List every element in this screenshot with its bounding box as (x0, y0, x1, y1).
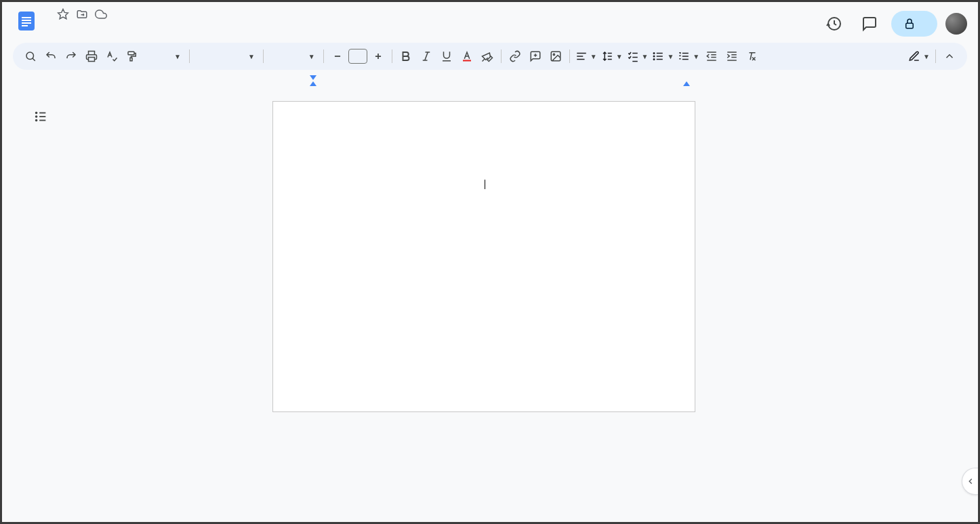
line-spacing-select[interactable]: ▼ (600, 49, 624, 64)
svg-point-37 (36, 120, 37, 121)
menu-help[interactable] (131, 22, 142, 28)
align-select[interactable]: ▼ (574, 49, 598, 64)
numbered-list-select[interactable]: ▼ (676, 49, 701, 64)
document-title[interactable] (45, 13, 51, 16)
collapse-toolbar-icon[interactable] (940, 47, 959, 66)
svg-point-23 (654, 59, 655, 60)
print-icon[interactable] (82, 47, 101, 66)
svg-rect-1 (22, 17, 31, 18)
font-select[interactable]: ▼ (268, 50, 319, 63)
insert-image-icon[interactable] (546, 47, 565, 66)
text-color-icon[interactable] (457, 47, 476, 66)
separator (501, 49, 502, 63)
clear-format-icon[interactable] (743, 47, 762, 66)
menu-bar (45, 22, 821, 28)
separator (569, 49, 570, 63)
separator (392, 49, 392, 63)
svg-point-17 (553, 54, 554, 55)
increase-font-icon[interactable] (369, 47, 388, 66)
title-row (45, 7, 821, 21)
indent-marker-first-line[interactable] (310, 75, 317, 80)
font-size-group (328, 47, 388, 66)
bold-icon[interactable] (396, 47, 415, 66)
menu-tools[interactable] (106, 22, 117, 28)
header (2, 2, 978, 37)
link-icon[interactable] (506, 47, 525, 66)
italic-icon[interactable] (417, 47, 436, 66)
history-icon[interactable] (821, 10, 848, 37)
menu-view[interactable] (70, 22, 81, 28)
menu-format[interactable] (94, 22, 105, 28)
svg-rect-2 (22, 20, 31, 21)
search-icon[interactable] (21, 47, 40, 66)
svg-point-36 (36, 116, 37, 117)
chevron-down-icon: ▼ (923, 53, 930, 60)
toolbar: ▼ ▼ ▼ ▼ ▼ ▼ ▼ ▼ ▼ (13, 43, 967, 70)
move-icon[interactable] (75, 7, 89, 21)
separator (935, 49, 936, 63)
paint-format-icon[interactable] (123, 47, 142, 66)
ruler-vertical[interactable] (4, 90, 18, 520)
star-icon[interactable] (56, 7, 70, 21)
separator (189, 49, 190, 63)
svg-point-35 (36, 113, 37, 114)
text-cursor (485, 180, 485, 189)
svg-rect-6 (906, 23, 914, 28)
menu-edit[interactable] (58, 22, 68, 28)
svg-rect-4 (22, 25, 28, 26)
svg-point-22 (654, 56, 655, 57)
indent-marker-right[interactable] (683, 81, 690, 86)
header-right (821, 7, 967, 37)
title-area (45, 7, 821, 28)
page[interactable] (272, 101, 695, 412)
chevron-down-icon: ▼ (693, 53, 699, 60)
svg-rect-9 (128, 52, 134, 55)
svg-rect-3 (22, 22, 31, 24)
editing-mode-select[interactable]: ▼ (907, 49, 931, 64)
svg-rect-10 (130, 58, 132, 61)
chevron-down-icon: ▼ (308, 53, 315, 60)
instruction-text[interactable] (298, 178, 670, 190)
svg-rect-15 (463, 60, 471, 61)
lock-icon (903, 18, 916, 30)
svg-point-7 (26, 52, 34, 60)
share-button[interactable] (891, 11, 937, 37)
spellcheck-icon[interactable] (102, 47, 121, 66)
underline-icon[interactable] (437, 47, 456, 66)
style-select[interactable]: ▼ (194, 50, 259, 63)
increase-indent-icon[interactable] (722, 47, 741, 66)
svg-line-13 (424, 52, 428, 60)
outline-toggle-icon[interactable] (30, 106, 51, 127)
menu-extensions[interactable] (119, 22, 129, 28)
chevron-down-icon: ▼ (174, 53, 181, 60)
checklist-select[interactable]: ▼ (626, 49, 650, 64)
ruler-horizontal[interactable] (18, 75, 978, 86)
font-size-input[interactable] (348, 49, 367, 64)
chevron-down-icon: ▼ (667, 53, 674, 60)
undo-icon[interactable] (41, 47, 60, 66)
toolbar-container: ▼ ▼ ▼ ▼ ▼ ▼ ▼ ▼ ▼ (2, 37, 978, 75)
comments-icon[interactable] (856, 10, 883, 37)
bullet-list-select[interactable]: ▼ (651, 49, 675, 64)
separator (323, 49, 324, 63)
chevron-down-icon: ▼ (642, 53, 649, 60)
decrease-font-icon[interactable] (328, 47, 347, 66)
menu-insert[interactable] (82, 22, 93, 28)
avatar[interactable] (945, 13, 967, 35)
svg-rect-8 (89, 58, 95, 62)
zoom-select[interactable]: ▼ (143, 50, 185, 63)
chevron-down-icon: ▼ (616, 53, 623, 60)
svg-marker-5 (58, 9, 68, 19)
canvas[interactable] (18, 90, 976, 520)
chevron-down-icon: ▼ (590, 53, 597, 60)
svg-point-21 (654, 53, 655, 54)
add-comment-icon[interactable] (526, 47, 545, 66)
docs-logo[interactable] (13, 7, 40, 35)
redo-icon[interactable] (62, 47, 81, 66)
separator (263, 49, 264, 63)
decrease-indent-icon[interactable] (702, 47, 721, 66)
cloud-status-icon[interactable] (94, 7, 108, 21)
indent-marker-left[interactable] (310, 81, 317, 86)
menu-file[interactable] (45, 22, 56, 28)
highlight-color-icon[interactable] (478, 47, 497, 66)
